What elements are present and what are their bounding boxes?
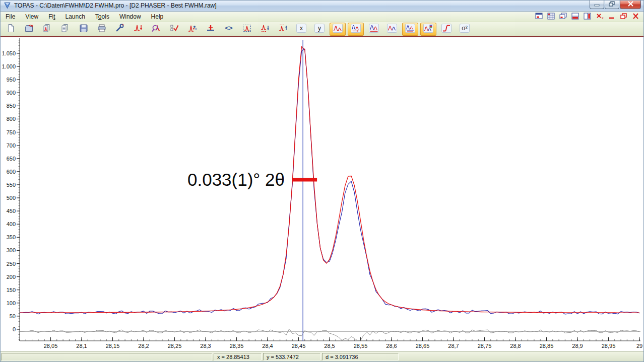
window-title: TOPAS - C:\Daten\FWHM\D2 FWHM.pro - [D2 … bbox=[14, 2, 217, 9]
svg-text:950: 950 bbox=[7, 77, 16, 83]
zoom-box-icon bbox=[242, 24, 252, 34]
close-button[interactable] bbox=[620, 1, 641, 9]
curve-underline-icon bbox=[369, 24, 379, 34]
x-axis-ticks: 28,0528,128,1528,228,2528,328,3528,428,4… bbox=[20, 337, 642, 349]
toolbar-insert-peak-button[interactable] bbox=[130, 23, 146, 36]
close-child-button[interactable] bbox=[630, 12, 641, 22]
curve-ticks-icon bbox=[351, 24, 361, 34]
axes bbox=[20, 38, 640, 341]
y-label-icon: y bbox=[314, 24, 325, 34]
sigma2-icon: σ² bbox=[460, 24, 470, 34]
toolbar-open-file-button[interactable] bbox=[21, 23, 37, 36]
status-d-readout: d = 3.091736 bbox=[322, 353, 399, 360]
series-observed bbox=[20, 49, 639, 315]
svg-text:28,35: 28,35 bbox=[230, 343, 244, 349]
toolbar-show-legend-button[interactable] bbox=[420, 23, 436, 36]
open-icon bbox=[24, 24, 34, 34]
layout-tile-horizontal-button[interactable] bbox=[570, 12, 581, 22]
move-down-icon bbox=[260, 24, 270, 34]
menu-file[interactable]: File bbox=[1, 12, 20, 22]
toolbar-show-observed-button[interactable] bbox=[384, 23, 400, 36]
toolbar-y-axis-mode-button[interactable]: y bbox=[311, 23, 328, 36]
toolbar-structure-fit-button[interactable] bbox=[184, 23, 201, 36]
toolbar-show-background-button[interactable] bbox=[366, 23, 382, 36]
reset-x-zoom-button[interactable]: x bbox=[594, 12, 605, 22]
restore-child-button[interactable] bbox=[618, 12, 629, 22]
svg-text:350: 350 bbox=[7, 235, 16, 241]
svg-text:1.050: 1.050 bbox=[2, 50, 16, 56]
page-icon bbox=[6, 24, 16, 34]
checklist-icon bbox=[169, 24, 179, 34]
topas-window: TOPAS - C:\Daten\FWHM\D2 FWHM.pro - [D2 … bbox=[0, 0, 644, 362]
menu-tools[interactable]: Tools bbox=[90, 12, 114, 22]
layout-grid-button[interactable] bbox=[546, 12, 557, 22]
toolbar-save-button[interactable] bbox=[76, 23, 92, 36]
svg-text:28,05: 28,05 bbox=[44, 343, 58, 349]
toolbar-refinement-options-button[interactable] bbox=[166, 23, 182, 36]
toolbar-show-hkl-ticks-button[interactable] bbox=[402, 23, 418, 36]
svg-text:<>: <> bbox=[225, 24, 233, 32]
layout-single-icon bbox=[535, 14, 544, 22]
restore-button[interactable] bbox=[605, 1, 619, 9]
print-icon bbox=[97, 24, 107, 34]
curve-legend-icon bbox=[423, 24, 433, 34]
minimize-button[interactable] bbox=[590, 1, 604, 9]
toolbar-print-button[interactable] bbox=[94, 23, 110, 36]
menu-view[interactable]: View bbox=[20, 12, 43, 22]
xrd-plot[interactable]: 0501001502002503003504004505005506006507… bbox=[1, 37, 644, 351]
svg-text:28,9: 28,9 bbox=[572, 343, 583, 349]
toolbar-shift-pattern-down-button[interactable] bbox=[257, 23, 273, 36]
curve-hkl-icon bbox=[405, 24, 415, 34]
minimize-icon bbox=[591, 1, 603, 9]
menu-items: FileViewFitLaunchToolsWindowHelp bbox=[1, 12, 168, 22]
toolbar-show-tick-marks-button[interactable] bbox=[348, 23, 364, 36]
toolbar-x-axis-mode-button[interactable]: x bbox=[293, 23, 309, 36]
menu-launch[interactable]: Launch bbox=[60, 12, 90, 22]
toolbar-peak-baseline-button[interactable] bbox=[203, 23, 219, 36]
svg-text:0: 0 bbox=[13, 326, 16, 332]
menu-fit[interactable]: Fit bbox=[43, 12, 60, 22]
svg-text:900: 900 bbox=[7, 90, 16, 96]
toolbar-sigma-squared-button[interactable]: σ² bbox=[457, 23, 473, 36]
toolbar-shift-pattern-up-button[interactable] bbox=[275, 23, 291, 36]
app-icon bbox=[4, 2, 11, 9]
curve-two-icon bbox=[387, 24, 397, 34]
svg-text:28,8: 28,8 bbox=[510, 343, 521, 349]
import-scan-icon bbox=[42, 24, 52, 34]
reset-x-zoom-icon: x bbox=[595, 14, 604, 22]
move-up-icon bbox=[278, 24, 288, 34]
svg-text:550: 550 bbox=[7, 182, 16, 188]
toolbar-zoom-region-button[interactable] bbox=[239, 23, 255, 36]
toolbar-new-file-button[interactable] bbox=[3, 23, 19, 36]
import-doc-icon bbox=[60, 24, 71, 34]
toolbar-cumulative-chi2-button[interactable] bbox=[438, 23, 455, 36]
close-icon bbox=[624, 1, 637, 9]
toolbar-show-calculated-button[interactable] bbox=[330, 23, 346, 36]
wrench-icon bbox=[115, 24, 125, 34]
layout-tile-vertical-button[interactable] bbox=[582, 12, 593, 22]
svg-text:28,4: 28,4 bbox=[262, 343, 273, 349]
toolbar-import-parameters-button[interactable] bbox=[57, 23, 74, 36]
svg-text:28,85: 28,85 bbox=[540, 343, 554, 349]
svg-text:400: 400 bbox=[7, 222, 16, 228]
layout-cascade-button[interactable] bbox=[558, 12, 569, 22]
series-calculated bbox=[20, 47, 639, 313]
toolbar-import-scan-button[interactable] bbox=[39, 23, 55, 36]
svg-text:y: y bbox=[318, 25, 321, 32]
layout-single-button[interactable] bbox=[534, 12, 545, 22]
curve-red-icon bbox=[333, 24, 343, 34]
svg-text:28,5: 28,5 bbox=[324, 343, 335, 349]
toolbar-zoom-peak-button[interactable] bbox=[148, 23, 164, 36]
svg-text:σ²: σ² bbox=[462, 25, 467, 32]
svg-text:28,65: 28,65 bbox=[416, 343, 430, 349]
minimize-child-button[interactable] bbox=[606, 12, 617, 22]
save-icon bbox=[79, 24, 89, 34]
chart-area[interactable]: 0501001502002503003504004505005506006507… bbox=[1, 37, 643, 351]
menu-help[interactable]: Help bbox=[146, 12, 169, 22]
svg-text:1.000: 1.000 bbox=[2, 63, 16, 69]
menu-window[interactable]: Window bbox=[114, 12, 146, 22]
toolbar-edit-inp-button[interactable]: <> bbox=[221, 23, 237, 36]
svg-text:800: 800 bbox=[7, 116, 16, 122]
toolbar-fit-setup-button[interactable] bbox=[112, 23, 128, 36]
svg-text:850: 850 bbox=[7, 103, 16, 109]
